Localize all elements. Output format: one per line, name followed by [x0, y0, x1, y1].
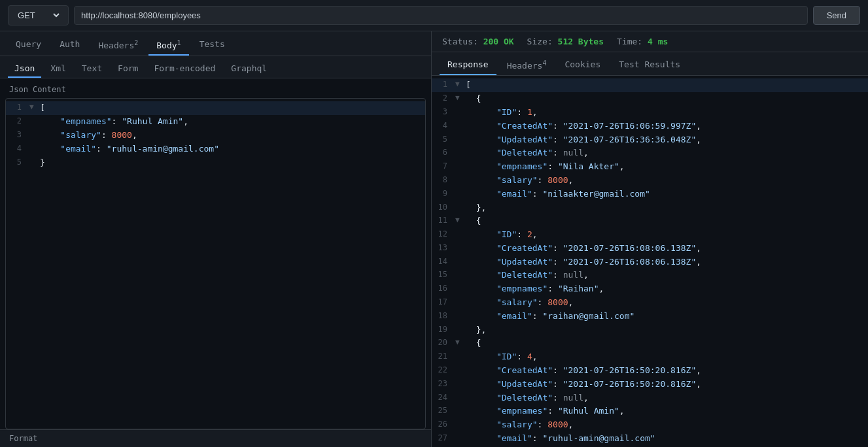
size-item: Size: 512 Bytes: [527, 37, 604, 46]
code-line-3: 3 "salary": 8000,: [6, 129, 425, 142]
response-tab-headers[interactable]: Headers4: [499, 56, 555, 75]
response-time: 4 ms: [648, 37, 668, 46]
response-size: 512 Bytes: [558, 37, 604, 46]
resp-line-4: 4 "CreatedAt": "2021-07-26T16:06:59.997Z…: [432, 120, 868, 133]
resp-line-2: 2 ▼ {: [432, 92, 868, 106]
status-item: Status: 200 OK: [442, 37, 514, 46]
resp-line-19: 19 },: [432, 323, 868, 337]
top-bar: GET POST PUT DELETE Send: [0, 0, 868, 31]
resp-line-3: 3 "ID": 1,: [432, 106, 868, 120]
tab-auth[interactable]: Auth: [52, 35, 88, 56]
response-tab-cookies[interactable]: Cookies: [557, 56, 608, 75]
method-selector[interactable]: GET POST PUT DELETE: [8, 5, 69, 25]
body-tab-form-encoded[interactable]: Form-encoded: [147, 60, 222, 78]
resp-line-21: 21 "ID": 4,: [432, 350, 868, 364]
resp-line-17: 17 "salary": 8000,: [432, 296, 868, 310]
resp-line-7: 7 "empnames": "Nila Akter",: [432, 160, 868, 174]
resp-line-5: 5 "UpdatedAt": "2021-07-26T16:36:36.048Z…: [432, 133, 868, 147]
resp-line-16: 16 "empnames": "Raihan",: [432, 282, 868, 296]
response-tab-response[interactable]: Response: [440, 56, 496, 75]
body-tab-xml[interactable]: Xml: [44, 60, 72, 78]
left-panel: Query Auth Headers2 Body1 Tests Json Xml…: [0, 31, 432, 447]
resp-line-14: 14 "UpdatedAt": "2021-07-26T16:08:06.138…: [432, 256, 868, 269]
code-line-1: 1 ▼ [: [6, 101, 425, 115]
resp-line-22: 22 "CreatedAt": "2021-07-26T16:50:20.816…: [432, 364, 868, 378]
resp-line-15: 15 "DeletedAt": null,: [432, 269, 868, 282]
status-code: 200 OK: [483, 37, 514, 46]
resp-line-1: 1 ▼ [: [432, 78, 868, 92]
url-input[interactable]: [74, 6, 808, 25]
body-tab-form[interactable]: Form: [111, 60, 145, 78]
time-item: Time: 4 ms: [617, 37, 668, 46]
resp-line-10: 10 },: [432, 201, 868, 215]
body-format-tabs: Json Xml Text Form Form-encoded Graphql: [0, 56, 431, 78]
resp-line-23: 23 "UpdatedAt": "2021-07-26T16:50:20.816…: [432, 378, 868, 391]
request-tabs: Query Auth Headers2 Body1 Tests: [0, 31, 431, 56]
resp-line-11: 11 ▼ {: [432, 214, 868, 228]
resp-line-9: 9 "email": "nilaakter@gmail.com": [432, 188, 868, 201]
resp-line-24: 24 "DeletedAt": null,: [432, 391, 868, 405]
response-tabs: Response Headers4 Cookies Test Results: [432, 52, 868, 76]
resp-line-26: 26 "salary": 8000,: [432, 418, 868, 432]
code-line-5: 5 }: [6, 156, 425, 170]
tab-body[interactable]: Body1: [148, 35, 188, 56]
main-layout: Query Auth Headers2 Body1 Tests Json Xml…: [0, 31, 868, 447]
format-button[interactable]: Format: [9, 434, 37, 443]
code-line-4: 4 "email": "ruhul-amin@gmail.com": [6, 142, 425, 156]
resp-line-27: 27 "email": "ruhul-amin@gmail.com": [432, 432, 868, 446]
json-editor[interactable]: 1 ▼ [ 2 "empnames": "Ruhul Amin", 3 "sal…: [5, 98, 426, 429]
resp-line-13: 13 "CreatedAt": "2021-07-26T16:08:06.138…: [432, 242, 868, 256]
json-content-label: Json Content: [0, 78, 431, 98]
resp-line-12: 12 "ID": 2,: [432, 228, 868, 242]
body-tab-graphql[interactable]: Graphql: [224, 60, 273, 78]
right-panel: Status: 200 OK Size: 512 Bytes Time: 4 m…: [432, 31, 868, 447]
resp-line-18: 18 "email": "raihan@gmail.com": [432, 310, 868, 323]
response-body[interactable]: 1 ▼ [ 2 ▼ { 3 "ID": 1, 4 "CreatedAt": "2…: [432, 76, 868, 447]
code-line-2: 2 "empnames": "Ruhul Amin",: [6, 115, 425, 129]
status-bar: Status: 200 OK Size: 512 Bytes Time: 4 m…: [432, 31, 868, 52]
bottom-bar: Format: [0, 429, 431, 447]
resp-line-8: 8 "salary": 8000,: [432, 174, 868, 188]
body-tab-text[interactable]: Text: [75, 60, 109, 78]
method-dropdown[interactable]: GET POST PUT DELETE: [15, 10, 61, 21]
resp-line-20: 20 ▼ {: [432, 337, 868, 350]
response-tab-test-results[interactable]: Test Results: [611, 56, 688, 75]
tab-tests[interactable]: Tests: [192, 35, 233, 56]
tab-headers[interactable]: Headers2: [90, 35, 146, 56]
tab-query[interactable]: Query: [8, 35, 49, 56]
body-tab-json[interactable]: Json: [8, 60, 41, 78]
send-button[interactable]: Send: [813, 6, 860, 25]
resp-line-6: 6 "DeletedAt": null,: [432, 146, 868, 160]
resp-line-25: 25 "empnames": "Ruhul Amin",: [432, 405, 868, 418]
